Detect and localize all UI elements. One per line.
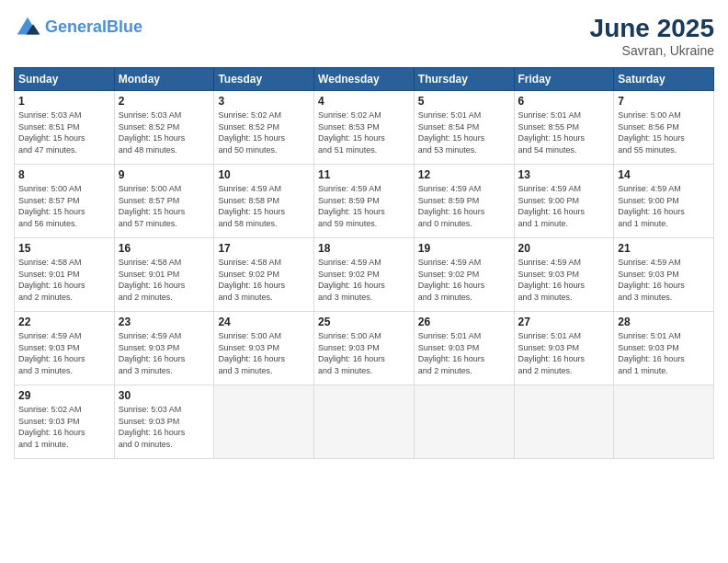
table-row: 2Sunrise: 5:03 AM Sunset: 8:52 PM Daylig…	[114, 91, 214, 165]
day-info: Sunrise: 4:58 AM Sunset: 9:02 PM Dayligh…	[218, 257, 310, 303]
table-row: 17Sunrise: 4:58 AM Sunset: 9:02 PM Dayli…	[214, 238, 314, 312]
day-info: Sunrise: 4:59 AM Sunset: 9:02 PM Dayligh…	[418, 257, 510, 303]
table-row: 8Sunrise: 5:00 AM Sunset: 8:57 PM Daylig…	[15, 165, 115, 238]
day-info: Sunrise: 5:02 AM Sunset: 9:03 PM Dayligh…	[18, 404, 110, 450]
calendar-header-row: Sunday Monday Tuesday Wednesday Thursday…	[15, 68, 714, 91]
day-info: Sunrise: 4:59 AM Sunset: 9:03 PM Dayligh…	[618, 257, 710, 303]
logo-icon	[14, 14, 41, 41]
table-row: 22Sunrise: 4:59 AM Sunset: 9:03 PM Dayli…	[15, 312, 115, 385]
day-info: Sunrise: 4:59 AM Sunset: 9:03 PM Dayligh…	[119, 330, 210, 376]
table-row: 21Sunrise: 4:59 AM Sunset: 9:03 PM Dayli…	[614, 238, 714, 312]
day-number: 17	[218, 242, 310, 255]
day-info: Sunrise: 5:01 AM Sunset: 9:03 PM Dayligh…	[518, 330, 610, 376]
logo-line1: General	[45, 17, 107, 36]
day-number: 3	[218, 95, 310, 108]
col-saturday: Saturday	[614, 68, 714, 91]
table-row: 24Sunrise: 5:00 AM Sunset: 9:03 PM Dayli…	[214, 312, 314, 385]
table-row: 11Sunrise: 4:59 AM Sunset: 8:59 PM Dayli…	[314, 165, 415, 238]
logo-line2: Blue	[107, 17, 142, 36]
day-number: 22	[18, 316, 110, 328]
day-number: 15	[18, 242, 110, 255]
table-row: 15Sunrise: 4:58 AM Sunset: 9:01 PM Dayli…	[15, 238, 115, 312]
day-number: 30	[119, 389, 210, 402]
day-number: 28	[618, 316, 710, 328]
day-info: Sunrise: 5:00 AM Sunset: 8:56 PM Dayligh…	[618, 109, 710, 155]
day-info: Sunrise: 5:01 AM Sunset: 8:54 PM Dayligh…	[418, 109, 510, 155]
day-info: Sunrise: 4:58 AM Sunset: 9:01 PM Dayligh…	[18, 257, 110, 303]
day-number: 23	[119, 316, 210, 328]
table-row	[314, 385, 415, 459]
header: GeneralBlue June 2025 Savran, Ukraine	[14, 14, 714, 58]
day-number: 27	[518, 316, 610, 328]
day-info: Sunrise: 5:01 AM Sunset: 9:03 PM Dayligh…	[618, 330, 710, 376]
table-row: 23Sunrise: 4:59 AM Sunset: 9:03 PM Dayli…	[114, 312, 214, 385]
table-row: 29Sunrise: 5:02 AM Sunset: 9:03 PM Dayli…	[15, 385, 115, 459]
day-number: 5	[418, 95, 510, 108]
location: Savran, Ukraine	[590, 43, 714, 58]
day-info: Sunrise: 5:02 AM Sunset: 8:52 PM Dayligh…	[218, 109, 310, 155]
day-info: Sunrise: 4:59 AM Sunset: 8:59 PM Dayligh…	[418, 183, 510, 229]
calendar-week-row: 22Sunrise: 4:59 AM Sunset: 9:03 PM Dayli…	[15, 312, 714, 385]
table-row: 12Sunrise: 4:59 AM Sunset: 8:59 PM Dayli…	[414, 165, 514, 238]
day-number: 29	[18, 389, 110, 402]
day-number: 9	[119, 168, 210, 181]
col-tuesday: Tuesday	[214, 68, 314, 91]
day-info: Sunrise: 4:59 AM Sunset: 8:58 PM Dayligh…	[218, 183, 310, 229]
day-info: Sunrise: 5:00 AM Sunset: 9:03 PM Dayligh…	[218, 330, 310, 376]
table-row: 7Sunrise: 5:00 AM Sunset: 8:56 PM Daylig…	[614, 91, 714, 165]
page: GeneralBlue June 2025 Savran, Ukraine Su…	[0, 0, 728, 563]
table-row: 9Sunrise: 5:00 AM Sunset: 8:57 PM Daylig…	[114, 165, 214, 238]
day-number: 21	[618, 242, 710, 255]
table-row: 10Sunrise: 4:59 AM Sunset: 8:58 PM Dayli…	[214, 165, 314, 238]
col-friday: Friday	[514, 68, 614, 91]
calendar-table: Sunday Monday Tuesday Wednesday Thursday…	[14, 67, 714, 459]
day-number: 20	[518, 242, 610, 255]
day-info: Sunrise: 4:59 AM Sunset: 8:59 PM Dayligh…	[318, 183, 410, 229]
day-info: Sunrise: 4:59 AM Sunset: 9:00 PM Dayligh…	[618, 183, 710, 229]
logo-text: GeneralBlue	[45, 18, 142, 37]
table-row: 19Sunrise: 4:59 AM Sunset: 9:02 PM Dayli…	[414, 238, 514, 312]
day-number: 6	[518, 95, 610, 108]
table-row: 4Sunrise: 5:02 AM Sunset: 8:53 PM Daylig…	[314, 91, 415, 165]
day-number: 12	[418, 168, 510, 181]
day-info: Sunrise: 5:00 AM Sunset: 8:57 PM Dayligh…	[119, 183, 210, 229]
col-thursday: Thursday	[414, 68, 514, 91]
table-row: 14Sunrise: 4:59 AM Sunset: 9:00 PM Dayli…	[614, 165, 714, 238]
day-number: 8	[18, 168, 110, 181]
day-number: 4	[318, 95, 410, 108]
col-wednesday: Wednesday	[314, 68, 415, 91]
calendar-week-row: 1Sunrise: 5:03 AM Sunset: 8:51 PM Daylig…	[15, 91, 714, 165]
table-row: 1Sunrise: 5:03 AM Sunset: 8:51 PM Daylig…	[15, 91, 115, 165]
table-row: 5Sunrise: 5:01 AM Sunset: 8:54 PM Daylig…	[414, 91, 514, 165]
day-info: Sunrise: 5:02 AM Sunset: 8:53 PM Dayligh…	[318, 109, 410, 155]
calendar-week-row: 15Sunrise: 4:58 AM Sunset: 9:01 PM Dayli…	[15, 238, 714, 312]
table-row: 18Sunrise: 4:59 AM Sunset: 9:02 PM Dayli…	[314, 238, 415, 312]
table-row: 28Sunrise: 5:01 AM Sunset: 9:03 PM Dayli…	[614, 312, 714, 385]
table-row	[214, 385, 314, 459]
day-number: 7	[618, 95, 710, 108]
table-row: 6Sunrise: 5:01 AM Sunset: 8:55 PM Daylig…	[514, 91, 614, 165]
day-info: Sunrise: 4:59 AM Sunset: 9:00 PM Dayligh…	[518, 183, 610, 229]
day-number: 10	[218, 168, 310, 181]
day-info: Sunrise: 4:59 AM Sunset: 9:02 PM Dayligh…	[318, 257, 410, 303]
title-block: June 2025 Savran, Ukraine	[590, 14, 714, 58]
day-number: 16	[119, 242, 210, 255]
col-sunday: Sunday	[15, 68, 115, 91]
day-info: Sunrise: 5:00 AM Sunset: 9:03 PM Dayligh…	[318, 330, 410, 376]
table-row: 25Sunrise: 5:00 AM Sunset: 9:03 PM Dayli…	[314, 312, 415, 385]
table-row: 30Sunrise: 5:03 AM Sunset: 9:03 PM Dayli…	[114, 385, 214, 459]
day-info: Sunrise: 5:01 AM Sunset: 9:03 PM Dayligh…	[418, 330, 510, 376]
day-number: 1	[18, 95, 110, 108]
day-info: Sunrise: 5:01 AM Sunset: 8:55 PM Dayligh…	[518, 109, 610, 155]
table-row: 27Sunrise: 5:01 AM Sunset: 9:03 PM Dayli…	[514, 312, 614, 385]
table-row: 16Sunrise: 4:58 AM Sunset: 9:01 PM Dayli…	[114, 238, 214, 312]
day-number: 11	[318, 168, 410, 181]
calendar-week-row: 29Sunrise: 5:02 AM Sunset: 9:03 PM Dayli…	[15, 385, 714, 459]
table-row	[414, 385, 514, 459]
day-info: Sunrise: 4:58 AM Sunset: 9:01 PM Dayligh…	[119, 257, 210, 303]
day-info: Sunrise: 5:03 AM Sunset: 9:03 PM Dayligh…	[119, 404, 210, 450]
day-number: 2	[119, 95, 210, 108]
table-row	[514, 385, 614, 459]
table-row: 20Sunrise: 4:59 AM Sunset: 9:03 PM Dayli…	[514, 238, 614, 312]
day-number: 25	[318, 316, 410, 328]
